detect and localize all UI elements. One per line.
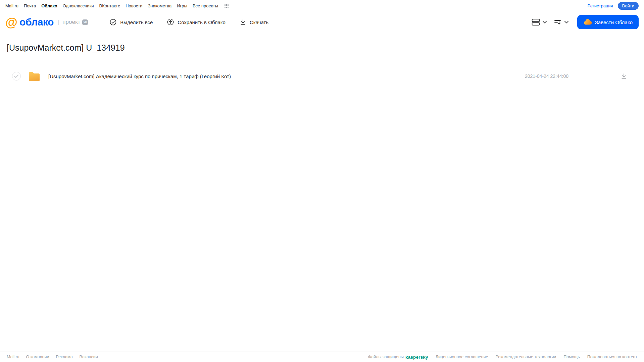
- file-row[interactable]: [UsupovMarket.com] Академический курс по…: [7, 67, 637, 86]
- header: @ облако | проект vk Выделить все Сохран…: [0, 11, 644, 33]
- logo-wordmark: облако: [19, 16, 54, 28]
- nav-link-mailru[interactable]: Mail.ru: [5, 3, 18, 8]
- page-title: [UsupovMarket.com] U_134919: [7, 43, 637, 53]
- footer-link-about[interactable]: О компании: [26, 355, 49, 359]
- view-mode-dropdown[interactable]: [530, 17, 548, 27]
- row-download-button[interactable]: [621, 73, 627, 80]
- nav-link-mail[interactable]: Почта: [24, 3, 36, 8]
- cloud-icon: [583, 19, 592, 25]
- footer-link-ads[interactable]: Реклама: [56, 355, 72, 359]
- login-button[interactable]: Войти: [618, 2, 639, 10]
- folder-icon: [28, 71, 40, 81]
- nav-link-news[interactable]: Новости: [126, 3, 142, 8]
- logo-separator: |: [58, 19, 59, 25]
- sort-dropdown[interactable]: [553, 17, 570, 27]
- toolbar: Выделить все Сохранить в Облако Скачать: [109, 18, 268, 26]
- save-to-cloud-button[interactable]: Сохранить в Облако: [167, 18, 226, 26]
- apps-grid-icon[interactable]: [224, 3, 229, 8]
- download-button[interactable]: Скачать: [240, 19, 268, 25]
- logo-project-label: проект: [62, 19, 80, 25]
- chevron-down-icon: [564, 21, 568, 23]
- nav-link-all-projects[interactable]: Все проекты: [193, 3, 218, 8]
- footer-link-help[interactable]: Помощь: [563, 355, 580, 359]
- registration-link[interactable]: Регистрация: [588, 3, 613, 8]
- auth-area: Регистрация Войти: [588, 2, 639, 10]
- header-controls: Завести Облако: [530, 15, 639, 29]
- nav-link-odnoklassniki[interactable]: Одноклассники: [63, 3, 94, 8]
- save-to-cloud-label: Сохранить в Облако: [178, 19, 226, 25]
- footer-link-report-content[interactable]: Пожаловаться на контент: [587, 355, 637, 359]
- nav-link-cloud[interactable]: Облако: [41, 3, 57, 8]
- chevron-down-icon: [543, 21, 547, 23]
- footer-link-mailru[interactable]: Mail.ru: [7, 355, 19, 359]
- vk-badge-icon: vk: [82, 19, 88, 25]
- protected-label: Файлы защищены: [368, 355, 404, 359]
- select-all-button[interactable]: Выделить все: [109, 18, 153, 26]
- mailru-at-icon: @: [5, 16, 17, 29]
- footer-link-license[interactable]: Лицензионное соглашение: [436, 355, 488, 359]
- top-nav: Mail.ru Почта Облако Одноклассники ВКонт…: [0, 0, 644, 11]
- check-circle-icon: [109, 18, 117, 26]
- footer: Mail.ru О компании Реклама Вакансии Файл…: [0, 352, 644, 362]
- file-list: [UsupovMarket.com] Академический курс по…: [7, 67, 637, 86]
- file-date: 2021-04-24 22:44:00: [525, 73, 568, 79]
- sort-icon: [554, 19, 562, 25]
- footer-right-links: Файлы защищены kaspersky Лицензионное со…: [368, 355, 637, 360]
- kaspersky-logo: kaspersky: [405, 355, 428, 360]
- nav-link-dating[interactable]: Знакомства: [148, 3, 171, 8]
- kaspersky-protection: Файлы защищены kaspersky: [368, 355, 428, 360]
- download-icon: [240, 19, 246, 25]
- list-view-icon: [532, 18, 540, 26]
- footer-link-recommendation-tech[interactable]: Рекомендательные технологии: [495, 355, 556, 359]
- nav-link-vkontakte[interactable]: ВКонтакте: [99, 3, 120, 8]
- footer-link-jobs[interactable]: Вакансии: [80, 355, 98, 359]
- download-label: Скачать: [250, 19, 268, 25]
- get-cloud-label: Завести Облако: [595, 19, 633, 25]
- portal-links: Mail.ru Почта Облако Одноклассники ВКонт…: [5, 3, 229, 8]
- main-content: [UsupovMarket.com] U_134919: [0, 33, 644, 352]
- cloud-upload-icon: [167, 18, 174, 26]
- row-checkbox[interactable]: [12, 72, 21, 81]
- file-name[interactable]: [UsupovMarket.com] Академический курс по…: [48, 73, 231, 79]
- select-all-label: Выделить все: [120, 19, 153, 25]
- get-cloud-button[interactable]: Завести Облако: [577, 15, 639, 29]
- nav-link-games[interactable]: Игры: [177, 3, 187, 8]
- footer-left-links: Mail.ru О компании Реклама Вакансии: [7, 355, 98, 359]
- cloud-logo[interactable]: @ облако | проект vk: [5, 16, 88, 29]
